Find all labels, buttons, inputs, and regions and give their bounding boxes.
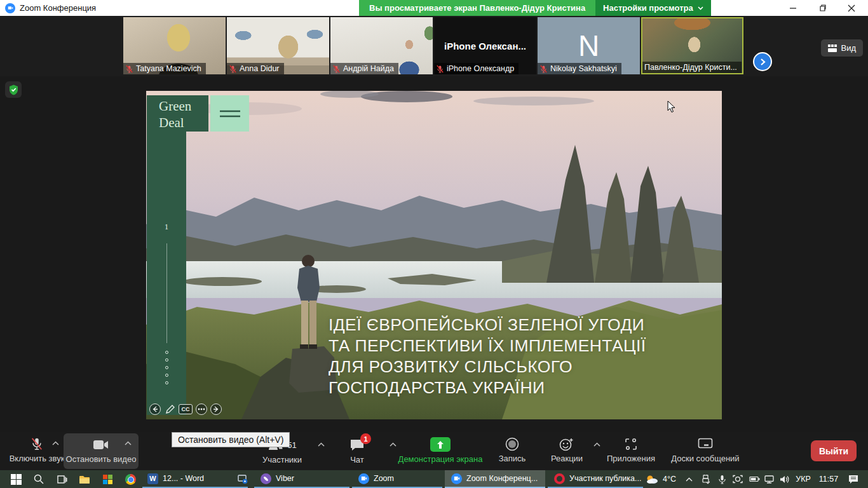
taskbar-sync-button[interactable] bbox=[234, 470, 252, 488]
draw-button[interactable] bbox=[164, 403, 175, 415]
word-icon: W bbox=[147, 473, 158, 484]
zoom-app-icon bbox=[5, 3, 15, 13]
whiteboards-label: Доски сообщений bbox=[671, 454, 739, 463]
participant-name-label: Nikolay Sakhatskyi bbox=[538, 63, 621, 74]
video-options-chevron[interactable] bbox=[125, 441, 132, 445]
view-layout-button[interactable]: Вид bbox=[821, 39, 863, 57]
tray-network-icon[interactable] bbox=[761, 470, 778, 488]
record-label: Запись bbox=[499, 454, 526, 463]
window-titlebar: Zoom Конференция Вы просматриваете экран… bbox=[0, 0, 868, 16]
pencil-icon bbox=[165, 405, 175, 414]
stop-video-button[interactable]: Остановить видео bbox=[64, 433, 139, 470]
unmute-label: Включить звук bbox=[10, 454, 65, 463]
participant-tile[interactable]: Андрій Найда bbox=[330, 17, 433, 74]
task-view-button[interactable] bbox=[51, 470, 72, 488]
participant-center-name: iPhone Олексан... bbox=[444, 41, 526, 51]
task-view-icon bbox=[57, 475, 67, 484]
language-label: УКР bbox=[796, 475, 811, 484]
zoom-meeting-icon bbox=[451, 473, 462, 484]
arrow-left-icon bbox=[152, 406, 158, 412]
slide-title-line: ГОСПОДАРСТВА УКРАЇНИ bbox=[329, 377, 646, 398]
tray-camera-icon[interactable] bbox=[729, 470, 746, 488]
windows-logo-icon bbox=[11, 474, 22, 485]
file-explorer-button[interactable] bbox=[74, 470, 95, 488]
view-settings-button[interactable]: Настройки просмотра bbox=[595, 0, 711, 16]
reactions-button[interactable]: Реакции bbox=[540, 433, 593, 470]
audio-options-chevron[interactable] bbox=[52, 441, 59, 445]
stop-video-tooltip: Остановить видео (Alt+V) bbox=[172, 432, 290, 447]
zoom-meeting-label: Zoom Конференц... bbox=[466, 474, 538, 483]
muted-mic-icon bbox=[229, 65, 237, 73]
next-slide-button[interactable] bbox=[210, 403, 222, 415]
notification-center-button[interactable] bbox=[844, 470, 863, 488]
share-screen-button[interactable]: Демонстрация экрана bbox=[397, 433, 484, 470]
zoom-meeting-window: Zoom Конференция Вы просматриваете экран… bbox=[0, 0, 868, 488]
leave-meeting-button[interactable]: Выйти bbox=[811, 440, 857, 461]
clock[interactable]: 11:57 bbox=[815, 470, 843, 488]
participants-options-chevron[interactable] bbox=[318, 442, 325, 447]
participant-name: iPhone Олександр bbox=[447, 64, 514, 73]
view-settings-label: Настройки просмотра bbox=[603, 3, 693, 13]
restore-icon bbox=[818, 4, 826, 12]
slide-controls: CC bbox=[149, 403, 222, 415]
slide-menu-button[interactable] bbox=[210, 95, 249, 132]
language-indicator[interactable]: УКР bbox=[792, 470, 815, 488]
mouse-cursor bbox=[667, 100, 676, 113]
minimize-button[interactable] bbox=[779, 0, 807, 16]
participant-tile[interactable]: iPhone Олексан... iPhone Олександр bbox=[434, 17, 536, 74]
apps-button[interactable]: Приложения bbox=[600, 433, 661, 470]
sidebar-dots bbox=[147, 351, 186, 384]
taskbar-zoom-app[interactable]: Zoom bbox=[352, 470, 442, 488]
more-options-button[interactable] bbox=[196, 403, 207, 415]
participant-tile[interactable]: Tatyana Mazievich bbox=[123, 17, 226, 74]
microsoft-store-button[interactable] bbox=[97, 470, 118, 488]
participant-name-label: iPhone Олександр bbox=[434, 63, 519, 74]
taskbar-viber-app[interactable]: Viber bbox=[254, 470, 349, 488]
taskbar-zoom-meeting-app[interactable]: Zoom Конференц... bbox=[445, 470, 545, 488]
captions-button[interactable]: CC bbox=[179, 404, 193, 414]
restore-button[interactable] bbox=[808, 0, 836, 16]
taskbar-search-button[interactable] bbox=[28, 470, 50, 488]
folder-icon bbox=[79, 475, 90, 484]
weather-icon bbox=[646, 475, 658, 484]
stop-video-button-hover[interactable]: Остановить видео Остановить видео (Alt+V… bbox=[64, 433, 139, 469]
slide-logo: Green Deal bbox=[147, 95, 208, 132]
tray-volume-icon[interactable] bbox=[776, 470, 793, 488]
close-icon bbox=[848, 4, 855, 12]
meeting-toolbar: Включить звук Остановить видео Остановит… bbox=[0, 432, 868, 470]
chat-options-chevron[interactable] bbox=[390, 442, 397, 447]
screen-share-banner: Вы просматриваете экран Павленко-Дідур К… bbox=[359, 0, 711, 16]
start-button[interactable] bbox=[5, 470, 27, 488]
participant-tile-active-speaker[interactable]: Павленко-Дідур Кристи... bbox=[641, 17, 743, 74]
opera-icon bbox=[554, 473, 565, 484]
taskbar-weather-widget[interactable]: 4°C bbox=[635, 470, 686, 488]
window-title: Zoom Конференция bbox=[20, 3, 96, 13]
close-button[interactable] bbox=[837, 0, 865, 16]
participant-strip: Tatyana Mazievich Anna Didur Андрій Найд… bbox=[0, 16, 868, 76]
tray-usb-icon[interactable] bbox=[698, 470, 713, 488]
previous-slide-button[interactable] bbox=[149, 403, 161, 415]
logo-line2: Deal bbox=[159, 114, 208, 131]
muted-mic-icon bbox=[125, 65, 133, 73]
video-camera-icon bbox=[93, 438, 109, 452]
participant-name: Nikolay Sakhatskyi bbox=[550, 64, 617, 73]
chat-label: Чат bbox=[350, 455, 364, 464]
muted-mic-icon bbox=[29, 437, 44, 451]
whiteboards-button[interactable]: Доски сообщений bbox=[661, 433, 749, 470]
participant-tiles: Tatyana Mazievich Anna Didur Андрій Найд… bbox=[123, 17, 743, 74]
chrome-button[interactable] bbox=[119, 470, 141, 488]
next-participants-button[interactable] bbox=[753, 52, 772, 71]
participant-tile[interactable]: N Nikolay Sakhatskyi bbox=[538, 17, 640, 74]
participant-tile[interactable]: Anna Didur bbox=[227, 17, 329, 74]
tray-battery-icon[interactable] bbox=[746, 470, 763, 488]
share-screen-icon bbox=[430, 437, 451, 452]
reactions-options-chevron[interactable] bbox=[593, 442, 600, 447]
taskbar-opera-app[interactable]: Участник публика... bbox=[548, 470, 643, 488]
tray-microphone-icon[interactable] bbox=[714, 470, 729, 488]
tray-expand-button[interactable] bbox=[681, 470, 696, 488]
banner-text: Вы просматриваете экран Павленко-Дідур К… bbox=[359, 0, 595, 16]
record-button[interactable]: Запись bbox=[484, 433, 540, 470]
unmute-button[interactable]: Включить звук bbox=[6, 433, 67, 470]
chat-button[interactable]: 1 Чат bbox=[325, 433, 390, 470]
taskbar-word-app[interactable]: W 12... - Word bbox=[142, 470, 248, 488]
